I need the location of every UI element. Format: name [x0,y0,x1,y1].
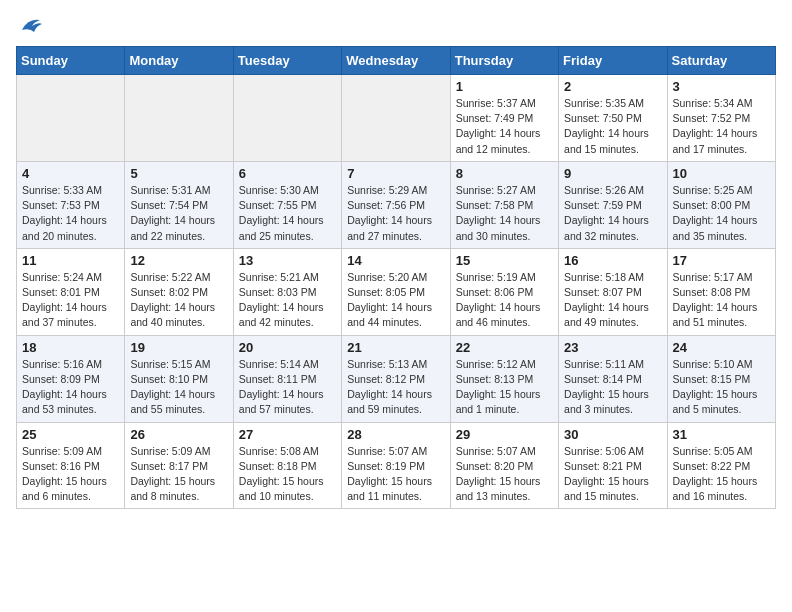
day-info: Sunrise: 5:13 AM Sunset: 8:12 PM Dayligh… [347,357,444,418]
day-number: 30 [564,427,661,442]
day-info: Sunrise: 5:27 AM Sunset: 7:58 PM Dayligh… [456,183,553,244]
day-info: Sunrise: 5:15 AM Sunset: 8:10 PM Dayligh… [130,357,227,418]
calendar-cell: 9Sunrise: 5:26 AM Sunset: 7:59 PM Daylig… [559,161,667,248]
day-number: 4 [22,166,119,181]
day-info: Sunrise: 5:19 AM Sunset: 8:06 PM Dayligh… [456,270,553,331]
day-number: 26 [130,427,227,442]
day-info: Sunrise: 5:24 AM Sunset: 8:01 PM Dayligh… [22,270,119,331]
day-number: 24 [673,340,770,355]
day-number: 22 [456,340,553,355]
day-number: 19 [130,340,227,355]
calendar-cell: 25Sunrise: 5:09 AM Sunset: 8:16 PM Dayli… [17,422,125,509]
day-info: Sunrise: 5:07 AM Sunset: 8:19 PM Dayligh… [347,444,444,505]
calendar-cell: 20Sunrise: 5:14 AM Sunset: 8:11 PM Dayli… [233,335,341,422]
day-number: 14 [347,253,444,268]
calendar-cell [125,75,233,162]
day-number: 18 [22,340,119,355]
calendar-cell: 7Sunrise: 5:29 AM Sunset: 7:56 PM Daylig… [342,161,450,248]
calendar-cell: 24Sunrise: 5:10 AM Sunset: 8:15 PM Dayli… [667,335,775,422]
day-number: 21 [347,340,444,355]
day-number: 29 [456,427,553,442]
day-header-friday: Friday [559,47,667,75]
day-number: 13 [239,253,336,268]
day-number: 10 [673,166,770,181]
calendar-cell [342,75,450,162]
calendar-cell: 18Sunrise: 5:16 AM Sunset: 8:09 PM Dayli… [17,335,125,422]
day-header-saturday: Saturday [667,47,775,75]
calendar-cell: 29Sunrise: 5:07 AM Sunset: 8:20 PM Dayli… [450,422,558,509]
calendar-cell: 26Sunrise: 5:09 AM Sunset: 8:17 PM Dayli… [125,422,233,509]
day-number: 16 [564,253,661,268]
day-number: 5 [130,166,227,181]
calendar-cell: 15Sunrise: 5:19 AM Sunset: 8:06 PM Dayli… [450,248,558,335]
day-number: 9 [564,166,661,181]
calendar-cell: 23Sunrise: 5:11 AM Sunset: 8:14 PM Dayli… [559,335,667,422]
day-header-monday: Monday [125,47,233,75]
day-header-tuesday: Tuesday [233,47,341,75]
calendar-cell: 13Sunrise: 5:21 AM Sunset: 8:03 PM Dayli… [233,248,341,335]
calendar-cell: 8Sunrise: 5:27 AM Sunset: 7:58 PM Daylig… [450,161,558,248]
day-number: 1 [456,79,553,94]
day-number: 20 [239,340,336,355]
day-number: 27 [239,427,336,442]
calendar-cell: 5Sunrise: 5:31 AM Sunset: 7:54 PM Daylig… [125,161,233,248]
day-number: 17 [673,253,770,268]
day-number: 6 [239,166,336,181]
logo-bird-icon [20,16,42,38]
day-number: 15 [456,253,553,268]
day-header-wednesday: Wednesday [342,47,450,75]
calendar-cell: 27Sunrise: 5:08 AM Sunset: 8:18 PM Dayli… [233,422,341,509]
day-info: Sunrise: 5:09 AM Sunset: 8:16 PM Dayligh… [22,444,119,505]
calendar-cell: 31Sunrise: 5:05 AM Sunset: 8:22 PM Dayli… [667,422,775,509]
day-info: Sunrise: 5:06 AM Sunset: 8:21 PM Dayligh… [564,444,661,505]
day-info: Sunrise: 5:22 AM Sunset: 8:02 PM Dayligh… [130,270,227,331]
day-info: Sunrise: 5:35 AM Sunset: 7:50 PM Dayligh… [564,96,661,157]
day-info: Sunrise: 5:29 AM Sunset: 7:56 PM Dayligh… [347,183,444,244]
calendar-cell: 17Sunrise: 5:17 AM Sunset: 8:08 PM Dayli… [667,248,775,335]
day-info: Sunrise: 5:37 AM Sunset: 7:49 PM Dayligh… [456,96,553,157]
day-number: 25 [22,427,119,442]
calendar-cell: 6Sunrise: 5:30 AM Sunset: 7:55 PM Daylig… [233,161,341,248]
day-number: 23 [564,340,661,355]
day-info: Sunrise: 5:21 AM Sunset: 8:03 PM Dayligh… [239,270,336,331]
day-info: Sunrise: 5:30 AM Sunset: 7:55 PM Dayligh… [239,183,336,244]
day-info: Sunrise: 5:26 AM Sunset: 7:59 PM Dayligh… [564,183,661,244]
calendar-cell: 11Sunrise: 5:24 AM Sunset: 8:01 PM Dayli… [17,248,125,335]
day-info: Sunrise: 5:33 AM Sunset: 7:53 PM Dayligh… [22,183,119,244]
page-header [16,16,776,38]
day-number: 31 [673,427,770,442]
day-info: Sunrise: 5:08 AM Sunset: 8:18 PM Dayligh… [239,444,336,505]
day-info: Sunrise: 5:05 AM Sunset: 8:22 PM Dayligh… [673,444,770,505]
calendar-cell: 16Sunrise: 5:18 AM Sunset: 8:07 PM Dayli… [559,248,667,335]
day-info: Sunrise: 5:09 AM Sunset: 8:17 PM Dayligh… [130,444,227,505]
day-number: 11 [22,253,119,268]
day-info: Sunrise: 5:18 AM Sunset: 8:07 PM Dayligh… [564,270,661,331]
day-info: Sunrise: 5:07 AM Sunset: 8:20 PM Dayligh… [456,444,553,505]
calendar-cell: 3Sunrise: 5:34 AM Sunset: 7:52 PM Daylig… [667,75,775,162]
day-info: Sunrise: 5:20 AM Sunset: 8:05 PM Dayligh… [347,270,444,331]
calendar-cell: 1Sunrise: 5:37 AM Sunset: 7:49 PM Daylig… [450,75,558,162]
calendar-cell: 4Sunrise: 5:33 AM Sunset: 7:53 PM Daylig… [17,161,125,248]
day-number: 7 [347,166,444,181]
day-header-thursday: Thursday [450,47,558,75]
calendar-table: SundayMondayTuesdayWednesdayThursdayFrid… [16,46,776,509]
calendar-cell: 14Sunrise: 5:20 AM Sunset: 8:05 PM Dayli… [342,248,450,335]
day-info: Sunrise: 5:10 AM Sunset: 8:15 PM Dayligh… [673,357,770,418]
day-number: 8 [456,166,553,181]
logo [16,16,42,38]
day-info: Sunrise: 5:31 AM Sunset: 7:54 PM Dayligh… [130,183,227,244]
day-number: 12 [130,253,227,268]
calendar-cell [233,75,341,162]
calendar-cell: 21Sunrise: 5:13 AM Sunset: 8:12 PM Dayli… [342,335,450,422]
day-number: 3 [673,79,770,94]
calendar-cell: 12Sunrise: 5:22 AM Sunset: 8:02 PM Dayli… [125,248,233,335]
calendar-cell: 19Sunrise: 5:15 AM Sunset: 8:10 PM Dayli… [125,335,233,422]
calendar-cell [17,75,125,162]
day-number: 2 [564,79,661,94]
calendar-cell: 10Sunrise: 5:25 AM Sunset: 8:00 PM Dayli… [667,161,775,248]
calendar-cell: 30Sunrise: 5:06 AM Sunset: 8:21 PM Dayli… [559,422,667,509]
day-info: Sunrise: 5:34 AM Sunset: 7:52 PM Dayligh… [673,96,770,157]
calendar-cell: 22Sunrise: 5:12 AM Sunset: 8:13 PM Dayli… [450,335,558,422]
day-info: Sunrise: 5:16 AM Sunset: 8:09 PM Dayligh… [22,357,119,418]
day-info: Sunrise: 5:25 AM Sunset: 8:00 PM Dayligh… [673,183,770,244]
